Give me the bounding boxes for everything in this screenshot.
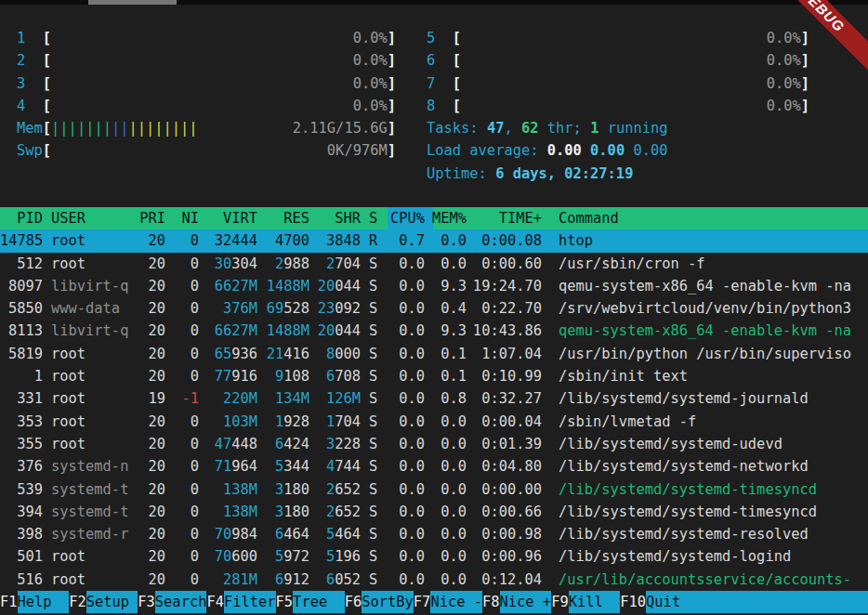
cell-user: root	[51, 343, 135, 365]
column-header-res[interactable]: RES	[258, 207, 309, 229]
column-header-cmd[interactable]: Command	[559, 207, 868, 229]
meter-label: 1	[17, 27, 43, 49]
meter-open-bracket: [	[43, 49, 51, 72]
cell-cmd: /lib/systemd/systemd-networkd	[559, 455, 868, 478]
process-row[interactable]: 5850www-data200376M6952823092S0.00.40:22…	[0, 297, 868, 320]
cell-pri: 20	[131, 569, 165, 591]
cell-ni: 0	[166, 320, 199, 342]
text-segment: 3	[275, 481, 283, 498]
text-segment: 65	[215, 346, 232, 362]
process-row[interactable]: 353root200103M19281704S0.00.00:00.04/sbi…	[0, 411, 868, 433]
cell-shr: 3228	[310, 433, 361, 455]
column-header-time[interactable]: TIME+	[467, 207, 542, 229]
process-row[interactable]: 8097libvirt-q2006627M1488M20044S0.09.319…	[0, 275, 868, 297]
cell-ni: 0	[166, 365, 199, 387]
cell-shr: 1704	[310, 411, 361, 433]
fn-key-label: F6	[345, 591, 362, 613]
meter-label: 2	[17, 49, 43, 72]
cell-cmd: /srv/webvirtcloud/venv/bin/python3	[559, 297, 868, 320]
fnkey-f9[interactable]: F9Kill	[551, 591, 620, 613]
process-row[interactable]: 5819root20065936214168000S0.00.11:07.04/…	[0, 343, 868, 365]
text-segment: 6	[275, 436, 283, 452]
fnkey-f8[interactable]: F8Nice +	[482, 591, 551, 613]
text-segment: 0.00	[590, 142, 633, 159]
text-segment: 936	[231, 346, 257, 362]
process-row[interactable]: 516root200281M69126052S0.00.00:12.04/usr…	[0, 569, 868, 591]
fnkey-f10[interactable]: F10Quit	[620, 591, 868, 613]
text-segment: 5	[326, 526, 335, 543]
process-row[interactable]: 512root2003030429882704S0.00.00:00.60/us…	[0, 253, 868, 275]
text-segment: 30	[215, 255, 232, 272]
column-header-virt[interactable]: VIRT	[200, 207, 257, 229]
meter-open-bracket: [	[43, 117, 51, 139]
column-header-ni[interactable]: NI	[166, 207, 199, 229]
cell-res: 1488M	[258, 320, 309, 342]
cell-time: 0:00.98	[467, 523, 542, 545]
cell-time: 0:10.99	[467, 365, 542, 387]
fn-key-label: F4	[206, 591, 224, 613]
process-row[interactable]: 1root2007791691086708S0.00.10:10.99/sbin…	[0, 365, 868, 387]
text-segment: ,	[504, 120, 521, 137]
meter-close-bracket: ]	[388, 117, 396, 139]
column-header-shr[interactable]: SHR	[310, 207, 361, 229]
fn-action-label: Nice -	[430, 591, 482, 613]
cell-cpu: 0.0	[381, 501, 425, 523]
cell-pri: 20	[131, 455, 165, 478]
text-segment: Load average:	[427, 142, 547, 159]
column-header-user[interactable]: USER	[51, 207, 135, 229]
cell-pid: 398	[0, 523, 43, 545]
process-row[interactable]: 376systemd-n2007196453444744S0.00.00:04.…	[0, 455, 868, 478]
text-segment: 5	[275, 458, 283, 475]
column-header-cpu[interactable]: CPU%	[381, 207, 425, 229]
text-segment: 704	[335, 413, 361, 430]
process-row[interactable]: 398systemd-r2007098464645464S0.00.00:00.…	[0, 523, 868, 545]
fnkey-f7[interactable]: F7Nice -	[414, 591, 482, 613]
text-segment: 6	[275, 571, 283, 588]
cell-cmd: /lib/systemd/systemd-timesyncd	[559, 501, 868, 523]
text-segment: 9	[275, 368, 283, 385]
process-row[interactable]: 394systemd-t200138M31802652S0.00.00:00.6…	[0, 501, 868, 523]
fnkey-f5[interactable]: F5Tree	[276, 591, 345, 613]
text-segment: 6627M	[215, 322, 257, 339]
fnkey-f4[interactable]: F4Filter	[206, 591, 275, 613]
text-segment: 528	[283, 300, 309, 317]
cell-cmd: /usr/lib/accountsservice/accounts-	[559, 569, 868, 591]
cell-shr: 2652	[310, 501, 361, 523]
cell-res: 2988	[258, 253, 309, 275]
cell-res: 6424	[258, 433, 309, 455]
cell-cmd: /lib/systemd/systemd-resolved	[559, 523, 868, 545]
cell-virt: 281M	[200, 569, 257, 591]
fnkey-f3[interactable]: F3Search	[138, 591, 206, 613]
text-segment: 416	[283, 346, 309, 362]
cell-pid: 376	[0, 455, 43, 478]
cell-ni: 0	[166, 433, 199, 455]
cell-ni: 0	[166, 229, 199, 252]
column-header-pri[interactable]: PRI	[131, 207, 165, 229]
process-row[interactable]: 539systemd-t200138M31802652S0.00.00:00.0…	[0, 478, 868, 501]
meter-value: 0.0%	[767, 72, 801, 95]
process-row[interactable]: 355root2004744864243228S0.00.00:01.39/li…	[0, 433, 868, 455]
cell-user: root	[51, 411, 135, 433]
meter-value: 0.0%	[353, 95, 388, 117]
column-header-mem[interactable]: MEM%	[426, 207, 467, 229]
text-segment: 196	[335, 548, 361, 565]
fnkey-f1[interactable]: F1Help	[0, 591, 69, 613]
text-segment: 32444	[215, 232, 257, 249]
process-row[interactable]: 501root2007060059725196S0.00.00:00.96/li…	[0, 545, 868, 568]
text-segment: 4700	[275, 232, 309, 249]
process-row[interactable]: 331root19-1220M134M126MS0.00.80:32.27/li…	[0, 387, 868, 410]
fn-action-label: Nice +	[500, 591, 552, 613]
fn-key-label: F10	[620, 591, 646, 613]
cell-time: 0:01.39	[467, 433, 542, 455]
cell-cpu: 0.0	[381, 343, 425, 365]
process-row[interactable]: 14785root2003244447003848R0.70.00:00.08h…	[0, 229, 868, 252]
column-header-pid[interactable]: PID	[0, 207, 43, 229]
fnkey-f2[interactable]: F2Setup	[69, 591, 138, 613]
fnkey-f6[interactable]: F6SortBy	[345, 591, 414, 613]
text-segment: 1	[590, 120, 598, 137]
cell-ni: 0	[166, 343, 199, 365]
text-segment: 228	[335, 436, 361, 452]
process-row[interactable]: 8113libvirt-q2006627M1488M20044S0.09.310…	[0, 320, 868, 342]
text-segment: 70	[215, 526, 232, 543]
text-segment: running	[598, 120, 667, 137]
